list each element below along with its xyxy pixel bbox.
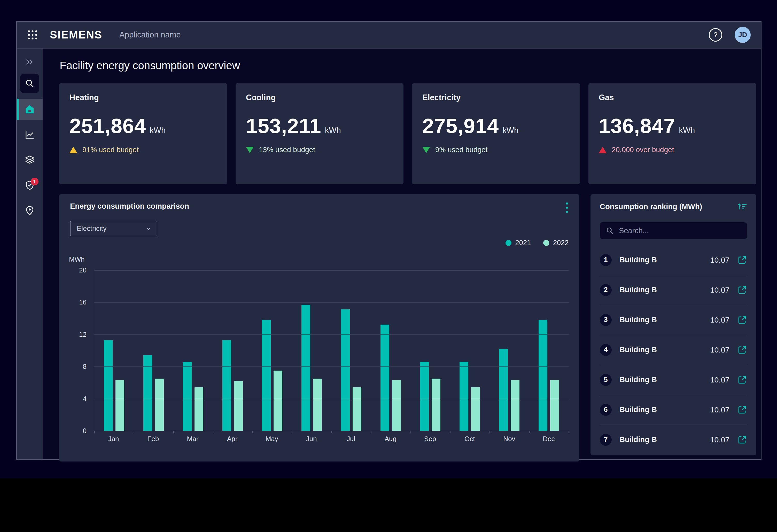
kpi-label: Cooling [246,93,393,102]
bar-2021[interactable] [420,362,429,431]
bar-2022[interactable] [155,379,164,431]
kpi-card: Cooling 153,211 kWh 13% used budget [236,83,404,184]
kpi-unit: kWh [503,126,519,135]
bar-2021[interactable] [183,362,192,431]
bar-2021[interactable] [499,349,508,431]
kebab-menu-icon[interactable] [564,201,570,214]
sidebar-item-home[interactable] [17,99,42,120]
bar-2022[interactable] [550,380,559,431]
y-tick-label: 0 [83,427,87,435]
sidebar-item-locations[interactable] [17,200,42,221]
energy-type-dropdown[interactable]: Electricity [70,221,157,236]
external-link-icon[interactable] [737,405,747,415]
ranking-search-box[interactable] [600,222,747,239]
month-slot [371,270,411,431]
x-axis-tick [134,431,134,433]
bar-2021[interactable] [222,340,231,431]
y-tick-label: 16 [79,298,87,306]
sidebar-item-layers[interactable] [17,149,42,170]
ranking-row[interactable]: 5 Building B 10.07 [600,365,747,395]
search-icon [606,227,614,235]
bar-2022[interactable] [273,371,282,431]
search-icon [25,79,34,88]
sidebar-item-analytics[interactable] [17,124,42,145]
bar-2022[interactable] [353,387,361,431]
energy-comparison-card: Energy consumption comparison Electricit… [59,194,579,461]
bar-chart-plot [94,270,569,431]
sidebar-item-compliance[interactable]: 1 [17,174,42,196]
x-tick-label: Jan [94,435,133,443]
ranking-row[interactable]: 2 Building B 10.07 [600,275,747,305]
trend-triangle-icon [246,147,254,153]
y-axis-unit-label: MWh [69,255,569,263]
legend-dot [543,240,549,246]
screenshot-stage: SIEMENS Application name ? JD [0,0,777,532]
month-slot [94,270,134,431]
bar-2021[interactable] [459,362,468,431]
sidebar-item-search[interactable] [20,74,39,93]
avatar[interactable]: JD [735,27,751,43]
consumption-value: 10.07 [710,435,730,444]
bar-2022[interactable] [115,380,124,431]
external-link-icon[interactable] [737,435,747,445]
y-tick-label: 8 [83,363,87,371]
ranking-row[interactable]: 6 Building B 10.07 [600,395,747,425]
building-name: Building B [620,376,657,384]
bar-2022[interactable] [392,380,401,431]
y-tick-label: 20 [79,266,87,274]
external-link-icon[interactable] [737,285,747,295]
external-link-icon[interactable] [737,375,747,385]
kpi-value: 153,211 [246,114,321,138]
ranking-row[interactable]: 7 Building B 10.07 [600,425,747,454]
bar-2022[interactable] [195,387,203,431]
building-name: Building B [620,286,657,294]
kpi-card: Electricity 275,914 kWh 9% used budget [412,83,580,184]
y-tick-label: 12 [79,330,87,338]
layers-icon [24,155,35,165]
legend-item: 2022 [543,239,569,247]
gridline [94,367,569,367]
bar-2022[interactable] [313,379,322,431]
search-input[interactable] [619,226,741,235]
bar-2022[interactable] [471,387,480,431]
sort-icon[interactable] [737,203,748,212]
consumption-value: 10.07 [710,405,730,414]
external-link-icon[interactable] [737,315,747,325]
ranking-row[interactable]: 1 Building B 10.07 [600,245,747,275]
bar-2022[interactable] [511,380,520,431]
trend-triangle-icon [422,147,430,153]
rank-number: 2 [600,284,612,296]
x-axis-labels: JanFebMarAprMayJunJulAugSepOctNovDec [94,435,569,443]
bar-2021[interactable] [380,324,389,431]
bar-2021[interactable] [302,305,310,431]
help-icon[interactable]: ? [709,28,722,41]
x-tick-label: Dec [529,435,569,443]
external-link-icon[interactable] [737,255,747,265]
app-launcher-icon[interactable] [27,29,38,40]
trend-triangle-icon [599,147,606,153]
external-link-icon[interactable] [737,345,747,355]
bar-2021[interactable] [104,340,113,431]
ranking-row[interactable]: 4 Building B 10.07 [600,335,747,365]
lower-row: Energy consumption comparison Electricit… [59,194,756,461]
x-axis-tick [371,431,371,433]
ranking-list: 1 Building B 10.07 2 Building B 10.07 3 … [600,245,747,454]
x-tick-label: Oct [450,435,489,443]
bar-2021[interactable] [341,309,350,431]
kpi-unit: kWh [149,126,165,135]
bar-2022[interactable] [234,381,243,431]
ranking-row[interactable]: 3 Building B 10.07 [600,305,747,335]
month-slot [450,270,489,431]
x-axis-tick [252,431,253,433]
notification-badge: 1 [31,178,38,185]
sidebar-expand-button[interactable] [25,56,35,68]
bar-2022[interactable] [432,379,440,431]
kpi-card: Heating 251,864 kWh 91% used budget [59,83,227,184]
kpi-card: Gas 136,847 kWh 20,000 over budget [588,83,756,184]
kpi-status-text: 91% used budget [82,146,139,154]
kpi-value: 251,864 [70,114,146,138]
rank-number: 3 [600,314,612,326]
bar-2021[interactable] [262,320,271,431]
bar-2021[interactable] [539,320,547,431]
x-axis-tick [94,431,95,433]
